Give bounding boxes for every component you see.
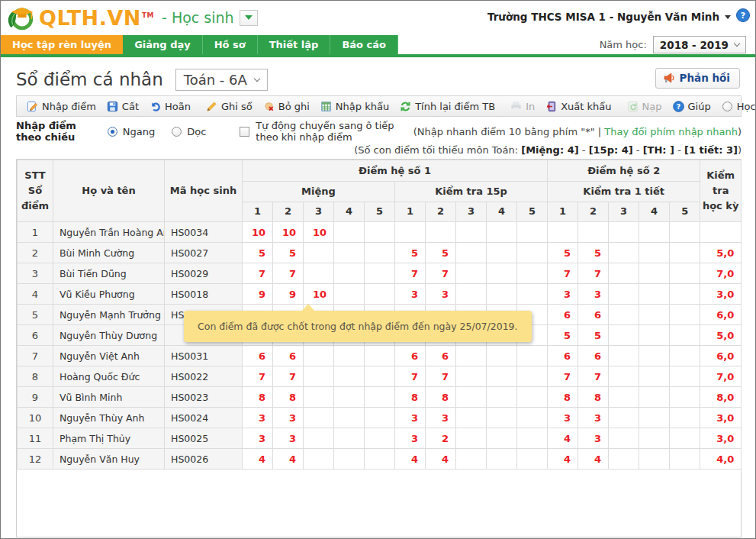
toolbar-button-cat[interactable]: Cất: [101, 96, 144, 116]
score-cell[interactable]: 6: [548, 346, 578, 366]
score-cell[interactable]: 5: [578, 243, 609, 263]
score-cell[interactable]: [334, 346, 365, 366]
score-cell[interactable]: 7: [273, 366, 304, 387]
score-cell[interactable]: [395, 222, 426, 243]
radio-icon[interactable]: [722, 102, 732, 111]
score-cell[interactable]: 6: [243, 346, 273, 366]
score-cell[interactable]: [334, 243, 365, 263]
module-dropdown-button[interactable]: [240, 10, 258, 26]
score-cell[interactable]: 7: [426, 263, 456, 284]
score-cell[interactable]: [365, 222, 395, 243]
score-cell[interactable]: [334, 222, 365, 243]
score-cell[interactable]: [304, 387, 334, 408]
score-cell[interactable]: [670, 243, 700, 263]
score-cell[interactable]: 4: [273, 449, 304, 470]
toolbar-button-xuat-khau[interactable]: Xuất khẩu: [540, 96, 616, 116]
nav-tab-ho-so[interactable]: Hồ sơ: [203, 35, 258, 54]
score-cell[interactable]: [304, 346, 334, 366]
score-cell[interactable]: [365, 428, 395, 449]
score-cell[interactable]: [609, 263, 639, 284]
score-cell[interactable]: 8: [273, 387, 304, 408]
score-cell[interactable]: [609, 325, 639, 346]
subject-class-select[interactable]: Toán - 6A: [175, 69, 268, 91]
score-cell[interactable]: [487, 263, 517, 284]
score-cell[interactable]: [517, 449, 548, 470]
score-cell[interactable]: [487, 387, 517, 408]
score-cell[interactable]: 7: [548, 366, 578, 387]
score-cell[interactable]: [365, 284, 395, 305]
score-cell[interactable]: [609, 387, 639, 408]
score-cell[interactable]: 5: [548, 325, 578, 346]
score-cell[interactable]: 3: [578, 408, 609, 428]
autonext-checkbox[interactable]: [240, 127, 249, 137]
score-cell[interactable]: [517, 366, 548, 387]
account-menu[interactable]: Trường THCS MISA 1 - Nguyễn Văn Minh: [487, 11, 731, 23]
score-cell[interactable]: 4: [395, 449, 426, 470]
nav-tab-giang-day[interactable]: Giảng dạy: [123, 35, 203, 54]
score-cell[interactable]: [304, 366, 334, 387]
score-cell[interactable]: [639, 428, 670, 449]
nav-tab-thiet-lap[interactable]: Thiết lập: [258, 35, 331, 54]
score-cell[interactable]: 3: [548, 408, 578, 428]
semester-exam-cell[interactable]: 6,0: [700, 305, 742, 325]
score-cell[interactable]: [304, 449, 334, 470]
score-cell[interactable]: [334, 263, 365, 284]
score-cell[interactable]: [639, 305, 670, 325]
score-cell[interactable]: [670, 449, 700, 470]
score-cell[interactable]: 7: [273, 263, 304, 284]
score-cell[interactable]: [517, 428, 548, 449]
score-cell[interactable]: 3: [395, 428, 426, 449]
score-cell[interactable]: [456, 449, 487, 470]
score-cell[interactable]: 10: [304, 222, 334, 243]
score-cell[interactable]: [639, 449, 670, 470]
score-cell[interactable]: [456, 222, 487, 243]
semester-exam-cell[interactable]: 7,0: [700, 366, 742, 387]
score-cell[interactable]: 5: [426, 243, 456, 263]
score-cell[interactable]: [609, 428, 639, 449]
score-cell[interactable]: 8: [395, 387, 426, 408]
score-cell[interactable]: [365, 387, 395, 408]
direction-radio-ngang[interactable]: Ngang: [108, 126, 155, 137]
score-cell[interactable]: 4: [243, 449, 273, 470]
feedback-button[interactable]: Phản hồi: [655, 68, 740, 89]
score-cell[interactable]: 3: [426, 408, 456, 428]
score-cell[interactable]: 3: [395, 408, 426, 428]
score-cell[interactable]: [517, 408, 548, 428]
score-cell[interactable]: 7: [243, 263, 273, 284]
score-cell[interactable]: [456, 387, 487, 408]
toolbar-button-ghi-so[interactable]: Ghi sổ: [201, 96, 258, 116]
score-cell[interactable]: 7: [395, 366, 426, 387]
score-cell[interactable]: [670, 387, 700, 408]
toolbar-button-tinh-lai-diem-tb[interactable]: Tính lại điểm TB: [394, 96, 500, 116]
score-cell[interactable]: [670, 428, 700, 449]
score-cell[interactable]: [487, 284, 517, 305]
score-cell[interactable]: [639, 346, 670, 366]
semester-exam-cell[interactable]: [700, 222, 742, 243]
score-cell[interactable]: [639, 222, 670, 243]
score-cell[interactable]: [670, 408, 700, 428]
semester-exam-cell[interactable]: 4,0: [700, 449, 742, 470]
score-cell[interactable]: [670, 366, 700, 387]
score-cell[interactable]: [365, 346, 395, 366]
app-logo[interactable]: QLTH.VNTM - Học sinh: [5, 2, 258, 33]
score-cell[interactable]: 10: [304, 284, 334, 305]
nav-tab-hoc-tap-ren-luyen[interactable]: Học tập rèn luyện: [1, 35, 123, 54]
score-cell[interactable]: [365, 408, 395, 428]
score-cell[interactable]: [456, 284, 487, 305]
score-cell[interactable]: 7: [548, 263, 578, 284]
score-cell[interactable]: 8: [548, 387, 578, 408]
score-cell[interactable]: 5: [395, 243, 426, 263]
score-cell[interactable]: [639, 366, 670, 387]
score-cell[interactable]: [670, 263, 700, 284]
score-cell[interactable]: 3: [273, 428, 304, 449]
score-cell[interactable]: [487, 366, 517, 387]
score-cell[interactable]: [639, 284, 670, 305]
score-cell[interactable]: [304, 243, 334, 263]
score-cell[interactable]: 9: [243, 284, 273, 305]
score-cell[interactable]: 6: [273, 346, 304, 366]
semester-radio-hoc-ky-i[interactable]: Học kỳ I: [716, 101, 756, 112]
score-cell[interactable]: [487, 243, 517, 263]
score-cell[interactable]: 3: [243, 408, 273, 428]
score-cell[interactable]: [670, 305, 700, 325]
score-cell[interactable]: 2: [426, 428, 456, 449]
